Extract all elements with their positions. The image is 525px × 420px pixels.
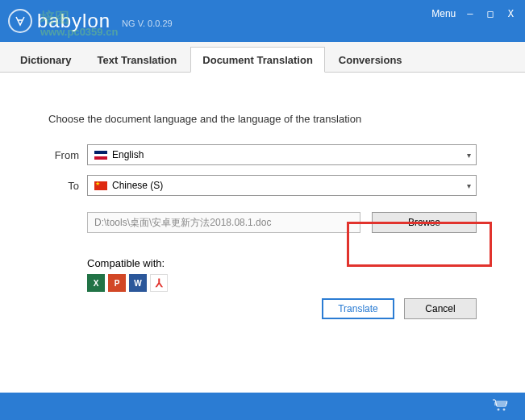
close-button[interactable]: X: [505, 6, 517, 21]
tab-conversions[interactable]: Conversions: [327, 47, 415, 72]
content-area: Choose the document language and the lan…: [0, 73, 525, 308]
from-row: From English ▾: [48, 144, 477, 165]
app-name: babylon: [37, 10, 110, 32]
word-icon: W: [129, 274, 147, 292]
cart-icon[interactable]: [491, 398, 509, 415]
tab-document-translation[interactable]: Document Translation: [190, 47, 325, 73]
compatible-icons: X P W ⅄: [87, 274, 477, 292]
restore-button[interactable]: □: [485, 6, 497, 21]
to-language-select[interactable]: Chinese (S) ▾: [87, 175, 477, 196]
tab-dictionary[interactable]: Dictionary: [8, 47, 84, 72]
footer-bar: [0, 393, 525, 420]
instruction-text: Choose the document language and the lan…: [48, 113, 477, 125]
chevron-down-icon: ▾: [467, 181, 471, 190]
to-row: To Chinese (S) ▾: [48, 175, 477, 196]
cn-flag-icon: [94, 181, 107, 190]
file-path-value: D:\tools\桌面\安卓更新方法2018.08.1.doc: [94, 216, 271, 230]
pdf-icon: ⅄: [150, 274, 168, 292]
from-language-select[interactable]: English ▾: [87, 144, 477, 165]
cancel-button[interactable]: Cancel: [404, 298, 477, 319]
file-path-input[interactable]: D:\tools\桌面\安卓更新方法2018.08.1.doc: [87, 212, 360, 233]
browse-button[interactable]: Browse: [372, 212, 477, 233]
compatible-section: Compatible with: X P W ⅄: [87, 257, 477, 292]
chevron-down-icon: ▾: [467, 151, 471, 160]
logo-area: babylon NG V. 0.0.29: [8, 9, 173, 33]
tab-bar: Dictionary Text Translation Document Tra…: [0, 42, 525, 73]
compatible-label: Compatible with:: [87, 257, 477, 269]
minimize-button[interactable]: —: [464, 6, 476, 21]
file-row: D:\tools\桌面\安卓更新方法2018.08.1.doc Browse: [87, 212, 477, 233]
uk-flag-icon: [94, 151, 107, 160]
action-row: Translate Cancel: [322, 298, 477, 319]
app-version: NG V. 0.0.29: [122, 19, 173, 28]
from-language-value: English: [112, 149, 144, 160]
titlebar: babylon NG V. 0.0.29 培图 www.pc0359.cn Me…: [0, 0, 525, 42]
to-label: To: [48, 180, 87, 192]
excel-icon: X: [87, 274, 105, 292]
window-controls: Menu — □ X: [431, 6, 517, 21]
menu-button[interactable]: Menu: [431, 8, 456, 19]
to-language-value: Chinese (S): [112, 180, 163, 191]
from-label: From: [48, 149, 87, 161]
tab-text-translation[interactable]: Text Translation: [85, 47, 190, 72]
app-logo-icon: [8, 9, 32, 33]
translate-button[interactable]: Translate: [322, 298, 394, 319]
powerpoint-icon: P: [108, 274, 126, 292]
